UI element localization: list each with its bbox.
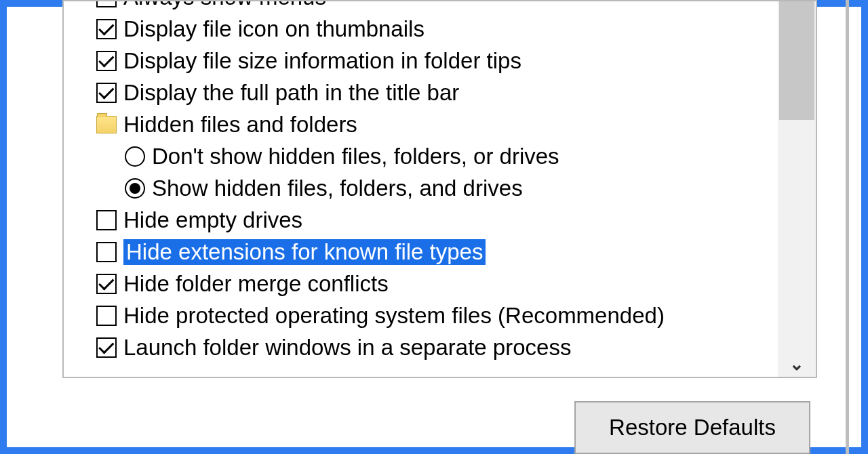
checkbox-icon[interactable] [96,337,117,358]
folder-options-list-panel: Always show menus Display file icon on t… [62,0,817,378]
scrollbar[interactable]: ⌄ [778,1,816,377]
option-always-show-menus[interactable]: Always show menus [64,1,778,13]
checkbox-icon[interactable] [96,1,117,7]
option-hide-merge-conflicts[interactable]: Hide folder merge conflicts [64,268,778,300]
checkbox-icon[interactable] [96,306,117,326]
option-label: Display file icon on thumbnails [123,16,425,42]
button-label: Restore Defaults [609,415,776,440]
option-display-file-icon[interactable]: Display file icon on thumbnails [64,13,778,45]
option-label: Always show menus [123,1,326,10]
outer-scroll-edge [846,0,849,454]
radio-icon[interactable] [125,178,145,199]
option-hide-protected[interactable]: Hide protected operating system files (R… [64,300,778,331]
option-dont-show-hidden[interactable]: Don't show hidden files, folders, or dri… [64,140,778,172]
window-frame: Always show menus Display file icon on t… [0,0,868,454]
option-label: Display file size information in folder … [123,48,521,74]
option-label: Display the full path in the title bar [123,80,459,106]
option-label: Show hidden files, folders, and drives [152,176,523,201]
radio-icon[interactable] [125,146,145,167]
checkbox-icon[interactable] [96,51,117,71]
option-display-file-size[interactable]: Display file size information in folder … [64,45,778,77]
option-label: Hide folder merge conflicts [123,271,389,297]
group-hidden-files: Hidden files and folders [64,108,778,140]
option-label: Hide empty drives [123,207,302,233]
scrollbar-down-button[interactable]: ⌄ [778,351,816,377]
advanced-settings-list[interactable]: Always show menus Display file icon on t… [64,1,778,377]
checkbox-icon[interactable] [96,210,117,230]
checkbox-icon[interactable] [96,19,117,39]
folder-icon [96,116,117,133]
group-label: Hidden files and folders [123,112,357,138]
option-launch-separate[interactable]: Launch folder windows in a separate proc… [64,331,778,363]
restore-defaults-button[interactable]: Restore Defaults [574,401,810,454]
checkbox-icon[interactable] [96,242,117,262]
option-label: Don't show hidden files, folders, or dri… [152,144,559,169]
chevron-down-icon: ⌄ [789,354,804,375]
scrollbar-thumb[interactable] [779,1,814,120]
option-show-hidden[interactable]: Show hidden files, folders, and drives [64,172,778,204]
option-label: Hide extensions for known file types [123,239,486,265]
option-display-full-path[interactable]: Display the full path in the title bar [64,77,778,108]
option-hide-extensions[interactable]: Hide extensions for known file types [64,236,778,268]
option-hide-empty-drives[interactable]: Hide empty drives [64,204,778,236]
option-label: Launch folder windows in a separate proc… [123,335,571,360]
checkbox-icon[interactable] [96,83,117,103]
checkbox-icon[interactable] [96,274,117,294]
option-label: Hide protected operating system files (R… [123,303,665,329]
